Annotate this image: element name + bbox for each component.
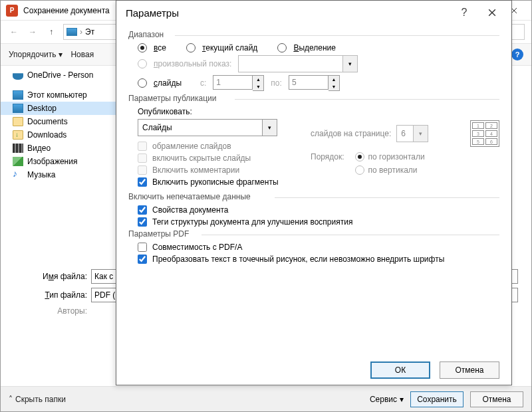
spin-down-icon[interactable]: ▼ [329, 83, 339, 90]
filename-label: Имя файла: [41, 272, 87, 281]
to-label: по: [271, 78, 282, 88]
pdfa-label: Совместимость с PDF/A [152, 243, 242, 252]
hide-folders-link[interactable]: ˄ Скрыть папки [9, 395, 66, 404]
frame-slides-checkbox [138, 142, 147, 151]
help-icon[interactable]: ? [511, 49, 523, 60]
order-label: Порядок: [311, 152, 344, 175]
spin-up-icon[interactable]: ▲ [253, 76, 263, 83]
range-slides-radio[interactable] [138, 78, 147, 88]
range-all-radio[interactable] [138, 43, 147, 52]
tree-images[interactable]: Изображения [1, 155, 120, 168]
range-current-label: текущий слайд [202, 43, 257, 52]
doc-props-checkbox[interactable] [138, 205, 147, 215]
to-stepper[interactable]: ▲▼ [289, 75, 340, 91]
chevron-down-icon: ▾ [262, 120, 277, 136]
hidden-slides-label: включить скрытые слайды [152, 154, 251, 163]
tree-onedrive[interactable]: OneDrive - Person [1, 68, 120, 82]
frame-slides-label: обрамление слайдов [152, 142, 231, 151]
inner-titlebar: Параметры ? [116, 1, 511, 25]
chevron-down-icon: ▾ [400, 395, 404, 404]
publish-group-label: Параметры публикации [128, 94, 499, 103]
range-all-label: все [154, 43, 166, 52]
tools-button[interactable]: Сервис ▾ [370, 395, 404, 404]
chevron-down-icon: ▾ [342, 56, 357, 72]
range-current-radio[interactable] [186, 43, 196, 52]
tree-music[interactable]: Музыка [1, 168, 120, 181]
from-stepper[interactable]: ▲▼ [213, 75, 264, 91]
ink-checkbox[interactable] [138, 177, 147, 187]
range-custom-radio [138, 59, 147, 68]
perpage-select: 6▾ [396, 125, 428, 142]
cancel-button[interactable]: Отмена [440, 361, 499, 379]
spin-up-icon[interactable]: ▲ [329, 76, 339, 83]
bitmap-text-checkbox[interactable] [138, 255, 147, 264]
order-vertical-radio [355, 165, 364, 175]
chevron-down-icon: ▾ [413, 126, 428, 142]
bitmap-text-label: Преобразовать текст в точечный рисунок, … [152, 255, 444, 264]
organize-button[interactable]: Упорядочить ▾ [9, 50, 63, 59]
layout-preview-icon: 123456 [470, 120, 499, 147]
publish-label: Опубликовать: [138, 107, 291, 116]
cancel-button[interactable]: Отмена [470, 391, 523, 407]
outer-footer: ˄ Скрыть папки Сервис ▾ Сохранить Отмена [1, 386, 531, 411]
inner-footer: ОК Отмена [116, 356, 511, 385]
powerpoint-icon: P [6, 5, 18, 17]
range-custom-label: произвольный показ: [154, 59, 231, 68]
range-selection-label: Выделение [293, 43, 336, 52]
pc-icon [13, 90, 23, 100]
hidden-slides-checkbox [138, 154, 147, 163]
tree-this-pc[interactable]: Этот компьютер [1, 88, 120, 102]
filetype-label: Тип файла: [41, 290, 87, 300]
custom-show-select: ▾ [238, 55, 358, 72]
range-selection-radio[interactable] [277, 43, 287, 52]
music-icon [13, 170, 23, 179]
desktop-icon [13, 104, 23, 113]
folder-tree: OneDrive - Person Этот компьютер Desktop… [1, 66, 120, 265]
downloads-icon [13, 130, 23, 140]
structure-tags-checkbox[interactable] [138, 217, 147, 227]
pdf-group-label: Параметры PDF [128, 229, 499, 239]
order-horizontal-radio [355, 152, 364, 161]
forward-icon: → [26, 25, 39, 39]
range-group-label: Диапазон [128, 30, 499, 39]
spin-down-icon[interactable]: ▼ [253, 83, 263, 90]
crumb-text: Эт [85, 27, 94, 37]
doc-props-label: Свойства документа [152, 205, 229, 215]
comments-checkbox [138, 165, 147, 175]
authors-label: Авторы: [41, 306, 87, 316]
images-icon [13, 157, 23, 166]
close-icon[interactable] [478, 1, 506, 25]
nonprint-group-label: Включить непечатаемые данные [128, 192, 499, 201]
chevron-up-icon: ˄ [9, 395, 13, 404]
structure-tags-label: Теги структуры документа для улучшения в… [152, 217, 352, 227]
folder-icon [13, 117, 23, 126]
new-folder-button[interactable]: Новая [70, 50, 94, 59]
back-icon[interactable]: ← [7, 25, 21, 39]
chevron-down-icon: ▾ [59, 50, 63, 59]
chevron-right-icon: › [80, 27, 82, 37]
cloud-icon [13, 70, 23, 80]
tree-desktop[interactable]: Desktop [1, 102, 120, 115]
pdfa-checkbox[interactable] [138, 243, 147, 252]
video-icon [13, 144, 23, 153]
tree-downloads[interactable]: Downloads [1, 128, 120, 142]
range-slides-label: слайды [154, 78, 182, 88]
comments-label: Включить комментарии [152, 165, 239, 175]
tree-video[interactable]: Видео [1, 142, 120, 155]
up-icon[interactable]: ↑ [45, 25, 58, 39]
disk-icon [66, 28, 77, 36]
tree-documents[interactable]: Documents [1, 115, 120, 128]
publish-select[interactable]: Слайды▾ [138, 119, 277, 136]
perpage-label: слайдов на странице: [311, 129, 391, 138]
options-dialog: Параметры ? Диапазон все текущий слайд В… [116, 0, 512, 385]
help-icon[interactable]: ? [450, 1, 478, 25]
ok-button[interactable]: ОК [370, 361, 430, 379]
from-label: с: [200, 78, 206, 88]
ink-label: Включить рукописные фрагменты [152, 177, 279, 187]
save-button[interactable]: Сохранить [410, 391, 464, 407]
inner-title: Параметры [126, 7, 450, 19]
